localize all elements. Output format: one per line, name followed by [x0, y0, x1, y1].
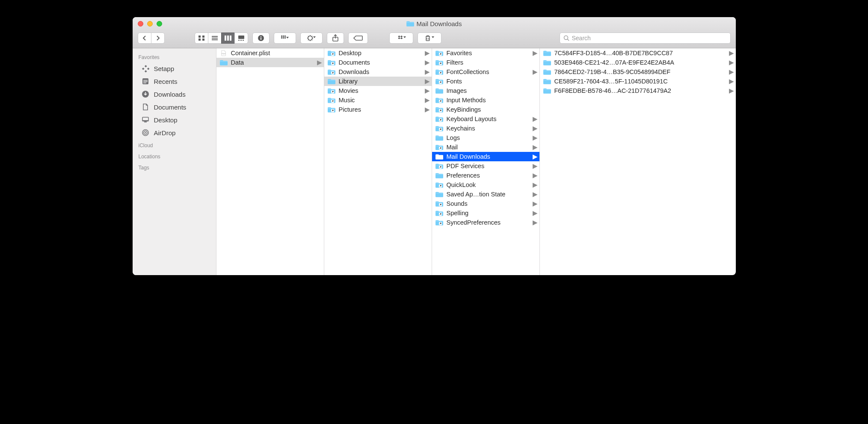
group-by-dropdown[interactable] [274, 33, 296, 44]
folder-row[interactable]: Filters [432, 58, 539, 67]
svg-rect-6 [212, 38, 218, 39]
icon-view-button[interactable] [195, 33, 208, 44]
folder-row[interactable]: Mail Downloads▶ [432, 152, 539, 161]
svg-point-16 [260, 36, 261, 37]
folder-row[interactable]: Input Methods [432, 95, 539, 105]
folder-row[interactable]: PDF Services▶ [432, 161, 539, 171]
folder-row[interactable]: Movies▶ [324, 86, 432, 95]
svg-rect-48 [328, 61, 335, 62]
search-field[interactable] [560, 33, 731, 44]
folder-row[interactable]: 7C584FF3-D185-4…40B-B7DE7BC9CC87▶ [540, 48, 736, 58]
folder-row[interactable]: 503E9468-CE21-42…07A-E9FE24E2AB4A▶ [540, 58, 736, 67]
svg-rect-12 [238, 40, 240, 41]
search-input[interactable] [572, 35, 727, 42]
folder-icon [543, 50, 551, 56]
column-view-button[interactable] [221, 33, 235, 44]
folder-icon [435, 219, 443, 225]
zoom-button[interactable] [157, 21, 162, 27]
chevron-right-icon: ▶ [533, 210, 537, 216]
folder-row[interactable]: Saved Ap…tion State▶ [432, 190, 539, 199]
sidebar-item-setapp[interactable]: Setapp [133, 62, 216, 75]
folder-row[interactable]: Spelling▶ [432, 208, 539, 218]
item-label: Sounds [447, 200, 529, 207]
sidebar-item-airdrop[interactable]: AirDrop [133, 126, 216, 139]
svg-rect-31 [142, 68, 144, 70]
traffic-lights [133, 21, 162, 27]
folder-row[interactable]: Downloads▶ [324, 67, 432, 77]
folder-row[interactable]: Pictures▶ [324, 105, 432, 114]
chevron-right-icon: ▶ [533, 144, 537, 151]
folder-row[interactable]: KeyBindings [432, 105, 539, 114]
sidebar-item-downloads[interactable]: Downloads [133, 88, 216, 101]
action-dropdown[interactable] [300, 33, 323, 44]
documents-icon [141, 103, 150, 111]
sidebar-item-recents[interactable]: Recents [133, 75, 216, 88]
titlebar-top: Mail Downloads [133, 17, 736, 30]
svg-rect-22 [283, 37, 284, 39]
folder-icon [435, 69, 443, 75]
item-label: QuickLook [447, 181, 529, 188]
forward-button[interactable] [151, 33, 165, 44]
chevron-right-icon: ▶ [729, 59, 733, 66]
chevron-right-icon: ▶ [533, 163, 537, 169]
folder-row[interactable]: Documents▶ [324, 58, 432, 67]
view-mode-group [195, 33, 248, 44]
folder-icon [435, 182, 443, 188]
folder-row[interactable]: QuickLook▶ [432, 180, 539, 190]
chevron-right-icon: ▶ [425, 78, 429, 85]
sidebar-item-desktop[interactable]: Desktop [133, 113, 216, 126]
svg-rect-7 [212, 39, 218, 40]
item-label: Downloads [339, 68, 421, 75]
folder-icon [220, 59, 228, 65]
folder-row[interactable]: Logs▶ [432, 133, 539, 142]
folder-row[interactable]: Fonts [432, 77, 539, 86]
minimize-button[interactable] [147, 21, 153, 27]
folder-icon [435, 191, 443, 197]
sidebar: FavoritesSetappRecentsDownloadsDocuments… [133, 48, 216, 275]
svg-rect-68 [435, 99, 443, 99]
item-label: Pictures [339, 106, 421, 113]
folder-row[interactable]: Keychains▶ [432, 124, 539, 133]
svg-rect-61 [435, 61, 443, 62]
folder-icon [328, 69, 335, 75]
folder-row[interactable]: Music▶ [324, 95, 432, 105]
sidebar-item-documents[interactable]: Documents [133, 101, 216, 113]
tags-button[interactable] [348, 33, 368, 44]
folder-icon [543, 78, 551, 84]
folder-row[interactable]: Favorites▶ [432, 48, 539, 58]
folder-icon [435, 97, 443, 103]
chevron-right-icon: ▶ [317, 59, 321, 66]
svg-rect-76 [435, 136, 443, 137]
setapp-icon [141, 64, 150, 73]
svg-rect-35 [143, 81, 148, 82]
chevron-right-icon: ▶ [533, 200, 537, 207]
svg-rect-67 [435, 89, 443, 90]
gallery-view-button[interactable] [234, 33, 248, 44]
folder-row[interactable]: Keyboard Layouts▶ [432, 114, 539, 124]
dropbox-dropdown[interactable] [389, 33, 413, 44]
info-button[interactable] [252, 33, 270, 44]
folder-row[interactable]: FontCollections▶ [432, 67, 539, 77]
folder-row[interactable]: 7864CED2-719B-4…B35-9C0548994DEF▶ [540, 67, 736, 77]
folder-row[interactable]: Sounds▶ [432, 199, 539, 208]
folder-row[interactable]: CE589F21-7604-43…5F-11045D80191C▶ [540, 77, 736, 86]
svg-rect-13 [240, 40, 242, 41]
list-view-button[interactable] [208, 33, 222, 44]
file-row[interactable]: PLISTContainer.plist [216, 48, 324, 58]
trash-dropdown[interactable] [418, 33, 441, 44]
folder-row[interactable]: Preferences▶ [432, 171, 539, 180]
svg-rect-95 [543, 80, 551, 80]
chevron-right-icon: ▶ [533, 219, 537, 226]
folder-row[interactable]: Desktop▶ [324, 48, 432, 58]
folder-row[interactable]: Mail▶ [432, 142, 539, 152]
folder-row[interactable]: F6F8EDBE-B578-46…AC-21D7761479A2▶ [540, 86, 736, 95]
folder-row[interactable]: Images [432, 86, 539, 95]
sidebar-item-label: Setapp [154, 65, 175, 72]
back-button[interactable] [138, 33, 151, 44]
close-button[interactable] [138, 21, 143, 27]
folder-row[interactable]: Library▶ [324, 77, 432, 86]
folder-row[interactable]: SyncedPreferences▶ [432, 218, 539, 227]
svg-rect-88 [435, 212, 443, 212]
folder-row[interactable]: Data▶ [216, 58, 324, 67]
share-button[interactable] [327, 33, 344, 44]
